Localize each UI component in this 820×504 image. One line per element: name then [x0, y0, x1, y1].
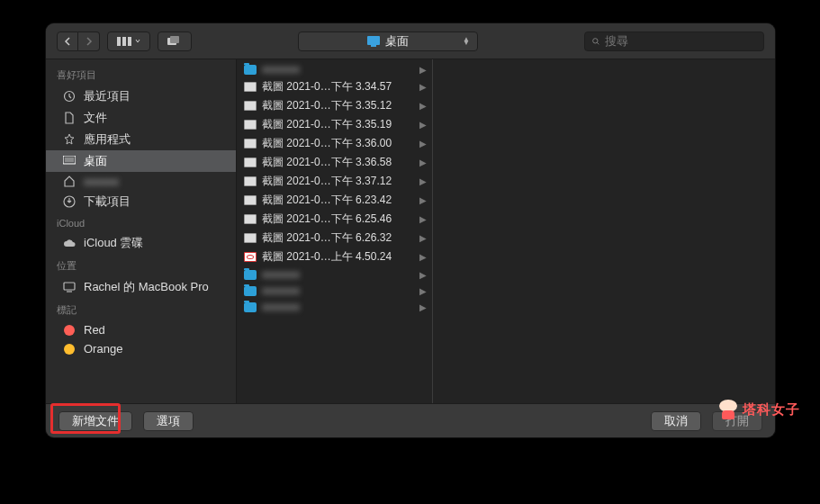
chevron-down-icon — [135, 39, 140, 44]
chevron-right-icon: ▶ — [419, 139, 427, 148]
file-label: xxxxxxx — [262, 284, 300, 297]
options-button[interactable]: 選項 — [143, 411, 194, 431]
chevron-right-icon: ▶ — [419, 214, 427, 224]
svg-point-7 — [593, 38, 598, 42]
chevron-right-icon: ▶ — [419, 286, 427, 296]
column-view: xxxxxxx▶截圖 2021-0…下午 3.34.57▶截圖 2021-0…下… — [237, 59, 775, 403]
file-row[interactable]: xxxxxxx▶ — [237, 266, 432, 283]
sidebar-item-label: 最近項目 — [84, 88, 131, 104]
svg-rect-2 — [128, 37, 131, 46]
sidebar-item[interactable]: 最近項目 — [46, 86, 236, 107]
chevron-right-icon: ▶ — [419, 158, 427, 167]
recent-icon — [62, 90, 77, 103]
chevron-right-icon: ▶ — [419, 101, 427, 111]
file-row[interactable]: 截圖 2021-0…下午 3.35.12▶ — [237, 96, 432, 115]
search-input[interactable] — [605, 34, 756, 48]
svg-rect-1 — [122, 37, 126, 46]
chevron-right-icon: ▶ — [419, 233, 427, 243]
sidebar: 喜好項目最近項目文件應用程式桌面xxxxxx下載項目iCloudiCloud 雲… — [46, 59, 237, 403]
file-label: 截圖 2021-0…上午 4.50.24 — [262, 249, 392, 265]
sidebar-item[interactable]: 文件 — [46, 107, 236, 129]
preview-column — [433, 59, 775, 403]
image-icon — [244, 82, 257, 92]
file-label: 截圖 2021-0…下午 3.37.12 — [262, 174, 392, 189]
view-mode-button[interactable] — [107, 32, 150, 51]
chevron-right-icon: ▶ — [419, 120, 427, 130]
chevron-right-icon: ▶ — [419, 302, 427, 312]
image-icon — [244, 158, 257, 167]
forward-button[interactable] — [78, 32, 100, 51]
path-dropdown[interactable]: 桌面 ▲▼ — [298, 32, 478, 51]
sidebar-item-label: Red — [84, 323, 105, 337]
chevron-right-icon: ▶ — [419, 252, 427, 262]
chevron-right-icon: ▶ — [419, 176, 427, 186]
document-icon — [62, 112, 77, 124]
sidebar-section-title: 喜好項目 — [46, 63, 236, 86]
file-label: 截圖 2021-0…下午 6.23.42 — [262, 193, 392, 208]
toolbar: 桌面 ▲▼ — [46, 23, 775, 59]
search-field[interactable] — [584, 32, 764, 51]
new-folder-button[interactable]: 新增文件 — [59, 411, 132, 431]
image-icon — [244, 176, 257, 186]
sidebar-section-title: 標記 — [46, 298, 236, 320]
file-row[interactable]: 截圖 2021-0…下午 3.36.00▶ — [237, 134, 432, 153]
folder-icon — [244, 286, 257, 296]
sidebar-item[interactable]: xxxxxx — [46, 172, 236, 191]
tag-dot — [62, 344, 77, 355]
sidebar-item[interactable]: iCloud 雲碟 — [46, 232, 236, 254]
home-icon — [62, 176, 77, 187]
image-icon — [244, 252, 257, 262]
sidebar-section-title: iCloud — [46, 212, 236, 232]
file-row[interactable]: 截圖 2021-0…下午 6.23.42▶ — [237, 191, 432, 210]
watermark-text: 塔科女子 — [743, 401, 800, 418]
group-button[interactable] — [158, 32, 192, 51]
folder-icon — [244, 65, 257, 75]
file-label: 截圖 2021-0…下午 3.36.58 — [262, 155, 392, 170]
file-row[interactable]: 截圖 2021-0…下午 3.36.58▶ — [237, 153, 432, 172]
sidebar-item-label: Orange — [84, 342, 122, 356]
sidebar-item[interactable]: 應用程式 — [46, 129, 236, 150]
desktop-icon — [367, 36, 380, 47]
back-button[interactable] — [57, 32, 78, 51]
file-row[interactable]: 截圖 2021-0…下午 6.26.32▶ — [237, 229, 432, 248]
image-icon — [244, 139, 257, 148]
file-label: 截圖 2021-0…下午 3.35.12 — [262, 98, 392, 113]
sidebar-item[interactable]: 桌面 — [46, 150, 236, 172]
updown-icon: ▲▼ — [463, 38, 470, 45]
svg-rect-4 — [170, 36, 179, 43]
svg-rect-6 — [371, 45, 376, 47]
bottom-bar: 新增文件 選項 取消 打開 — [46, 403, 775, 437]
svg-rect-0 — [117, 37, 121, 46]
column-view-icon — [117, 37, 131, 46]
cancel-button[interactable]: 取消 — [651, 411, 701, 431]
sidebar-item[interactable]: Red — [46, 320, 236, 339]
group-icon — [167, 36, 182, 47]
chevron-right-icon: ▶ — [419, 82, 427, 92]
file-label: 截圖 2021-0…下午 3.35.19 — [262, 117, 392, 132]
sidebar-item[interactable]: Orange — [46, 339, 236, 358]
file-row[interactable]: xxxxxxx▶ — [237, 283, 432, 299]
sidebar-item[interactable]: 下載項目 — [46, 191, 236, 212]
file-row[interactable]: 截圖 2021-0…下午 3.34.57▶ — [237, 77, 432, 96]
svg-rect-5 — [367, 36, 380, 45]
sidebar-section-title: 位置 — [46, 254, 236, 276]
file-label: 截圖 2021-0…下午 6.26.32 — [262, 230, 392, 246]
file-row[interactable]: 截圖 2021-0…下午 3.37.12▶ — [237, 172, 432, 191]
svg-rect-11 — [65, 158, 74, 162]
svg-line-8 — [597, 42, 599, 44]
file-row[interactable]: xxxxxxx▶ — [237, 299, 432, 315]
sidebar-item-label: Rachel 的 MacBook Pro — [84, 279, 209, 295]
file-row[interactable]: 截圖 2021-0…上午 4.50.24▶ — [237, 248, 432, 266]
file-label: xxxxxxx — [262, 63, 300, 76]
sidebar-item-label: 桌面 — [84, 153, 107, 169]
sidebar-item[interactable]: Rachel 的 MacBook Pro — [46, 276, 236, 298]
folder-icon — [244, 270, 257, 280]
image-icon — [244, 120, 257, 130]
file-row[interactable]: xxxxxxx▶ — [237, 61, 432, 77]
watermark-avatar — [719, 400, 737, 419]
file-row[interactable]: 截圖 2021-0…下午 3.35.19▶ — [237, 115, 432, 134]
file-label: 截圖 2021-0…下午 3.36.00 — [262, 136, 392, 151]
file-row[interactable]: 截圖 2021-0…下午 6.25.46▶ — [237, 210, 432, 229]
tag-dot — [62, 325, 77, 336]
cloud-icon — [62, 238, 77, 248]
